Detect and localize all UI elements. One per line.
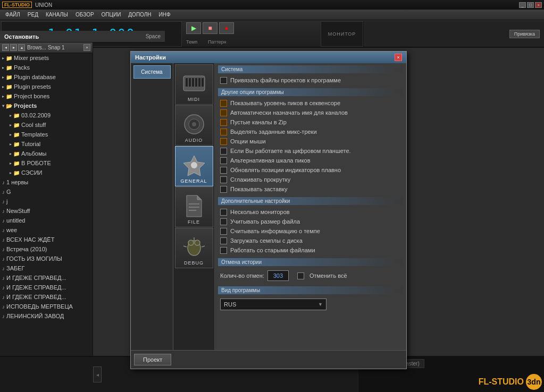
menu-info[interactable]: ИНФ [156, 11, 174, 19]
audio-icon: ♪ [2, 218, 5, 224]
menu-channels[interactable]: КАНАЛЫ [43, 11, 71, 19]
checkbox-multi-monitor[interactable] [220, 209, 227, 216]
sidebar-label-mixer-presets: Mixer presets [14, 55, 49, 61]
sidebar-forward-button[interactable]: ▸ [10, 44, 17, 51]
sidebar-item-templates[interactable]: ▸ 📁 Templates [0, 130, 93, 139]
window-controls[interactable]: _ □ × [519, 2, 542, 8]
scroll-left-button[interactable]: ◂ [93, 367, 102, 382]
folder-icon: 📁 [13, 132, 20, 138]
record-button[interactable]: ● [219, 22, 234, 34]
close-window-button[interactable]: × [535, 2, 542, 8]
sidebar-item-leninsky[interactable]: ♪ ЛЕНИНСКИЙ ЗАВОД [0, 311, 93, 321]
audio-icon: ♪ [2, 285, 5, 291]
sidebar-item-wee[interactable]: ♪ wee [0, 225, 93, 235]
folder-icon: 📁 [13, 170, 20, 176]
checkbox-old-files[interactable] [220, 247, 227, 254]
checkbox-load-samples[interactable] [220, 237, 227, 244]
menu-view[interactable]: ОБЗОР [72, 11, 97, 19]
checkbox-mouse-opts[interactable] [220, 138, 227, 145]
undo-count-input[interactable] [267, 270, 289, 281]
proekt-button[interactable]: Проект [134, 354, 171, 365]
play-button[interactable]: ▶ [186, 22, 201, 34]
sidebar-item-v-rabote[interactable]: ▸ 📁 В РОБОТЕ [0, 158, 93, 168]
sidebar-item-date-folder[interactable]: ▸ 📁 03.02.2009 [0, 110, 93, 120]
icon-btn-file[interactable]: FILE [175, 187, 213, 227]
checkbox-file-size[interactable] [220, 218, 227, 225]
checkbox-smooth-scroll[interactable] [220, 176, 227, 183]
sidebar-item-ispoved[interactable]: ♪ ИСПОВЕДЬ МЕРТВЕЦА [0, 302, 93, 311]
sidebar-label-tutorial: Tutorial [21, 141, 40, 147]
sidebar-item-i-gdezhe3[interactable]: ♪ И ГДЕЖЕ СПРАВЕД... [0, 292, 93, 302]
dialog-titlebar[interactable]: Настройки × [131, 52, 406, 63]
sidebar-item-albomy[interactable]: ▸ 📁 Альбомы [0, 149, 93, 158]
tab-sistema[interactable]: Система [133, 65, 171, 79]
checkbox-undo-all[interactable] [297, 272, 304, 279]
checkbox-auto-name[interactable] [220, 109, 227, 116]
sidebar-close-button[interactable]: × [83, 44, 90, 51]
sidebar-item-vstrecha[interactable]: ♪ Встреча (2010) [0, 244, 93, 254]
checkbox-tablet-row: Если Вы работаете на цифровом планшете. [218, 146, 403, 156]
sidebar-item-mixer-presets[interactable]: ▸ 📁 Mixer presets [0, 53, 93, 63]
folder-icon: 📁 [6, 55, 12, 61]
stop-button[interactable]: ■ [203, 22, 217, 34]
sidebar-item-gost[interactable]: ♪ ГОСТЬ ИЗ МОГИЛЫ [0, 254, 93, 263]
checkbox-update-pos[interactable] [220, 167, 227, 174]
icon-btn-debug[interactable]: DEBUG [175, 228, 213, 268]
sidebar-item-tutorial[interactable]: ▸ 📁 Tutorial [0, 139, 93, 149]
sidebar-item-sesii[interactable]: ▸ 📁 СЭСИИ [0, 168, 93, 177]
checkbox-show-peaks-row: Показывать уровень пиков в секвенсоре [218, 98, 403, 108]
general-label: GENERAL [180, 178, 207, 184]
sidebar-item-i-gdezhe2[interactable]: ♪ И ГДЕЖЕ СПРАВЕД... [0, 283, 93, 292]
menu-addons[interactable]: ДОПОЛН [125, 11, 154, 19]
lang-dropdown[interactable]: RUS ▼ [220, 299, 327, 310]
sidebar-item-plugin-database[interactable]: ▸ 📁 Plugin database [0, 72, 93, 82]
menu-edit[interactable]: РЕД [24, 11, 41, 19]
menu-file[interactable]: ФАЙЛ [2, 11, 23, 19]
sidebar-item-newstuff[interactable]: ♪ NewStuff [0, 206, 93, 216]
audio-icon: ♪ [2, 304, 5, 310]
dialog-close-button[interactable]: × [395, 54, 402, 61]
sidebar-item-packs[interactable]: ▸ 📁 Packs [0, 63, 93, 72]
icon-btn-midi[interactable]: MIDI [175, 64, 213, 105]
svg-point-17 [195, 240, 200, 245]
sidebar-item-i-gdezhe1[interactable]: ♪ И ГДЕЖЕ СПРАВЕД... [0, 273, 93, 283]
sidebar-header: ◂ ▸ ▴ Brows... Snap 1 × [0, 42, 93, 53]
sidebar-label-projects: Projects [14, 103, 37, 109]
sidebar-item-plugin-presets[interactable]: ▸ 📁 Plugin presets [0, 82, 93, 91]
svg-rect-4 [195, 78, 197, 87]
checkbox-alt-scale-row: Альтернативная шкала пиков [218, 156, 403, 165]
maximize-button[interactable]: □ [527, 2, 534, 8]
checkbox-bind-files[interactable] [220, 77, 227, 84]
sidebar-item-nervy[interactable]: ♪ 1 нервы [0, 177, 93, 187]
sidebar-item-project-bones[interactable]: ▸ 📁 Project bones [0, 91, 93, 101]
icon-btn-audio[interactable]: AUDIO [175, 105, 213, 146]
checkbox-screensaver[interactable] [220, 186, 227, 193]
sidebar-item-projects[interactable]: ▾ 📂 Projects [0, 101, 93, 110]
checkbox-alt-scale[interactable] [220, 157, 227, 164]
version-badge: 3dn [526, 374, 542, 390]
checkbox-tablet-label: Если Вы работаете на цифровом планшете. [230, 148, 351, 154]
checkbox-empty-zip[interactable] [220, 119, 227, 126]
menu-options[interactable]: ОПЦИИ [98, 11, 124, 19]
checkbox-select-mix-label: Выделять заданные микс-треки [230, 129, 317, 135]
sidebar-up-button[interactable]: ▴ [18, 44, 25, 51]
sidebar-item-vseh-nas[interactable]: ♪ ВСЕХ НАС ЖДЁТ [0, 235, 93, 244]
audio-icon: ♪ [2, 227, 5, 233]
sidebar-back-button[interactable]: ◂ [2, 44, 9, 51]
mixer-label[interactable]: Привязка [509, 30, 540, 38]
sidebar-item-j[interactable]: ♪ j [0, 197, 93, 206]
checkbox-tablet[interactable] [220, 148, 227, 155]
sidebar-label-albomy: Альбомы [21, 150, 46, 157]
checkbox-tempo-info[interactable] [220, 228, 227, 235]
checkbox-show-peaks[interactable] [220, 100, 227, 107]
checkbox-file-size-row: Учитывать размер файла [218, 217, 403, 226]
sidebar-item-untitled[interactable]: ♪ untitled [0, 216, 93, 225]
icon-btn-general[interactable]: GENERAL [175, 146, 213, 186]
svg-rect-2 [189, 78, 191, 87]
checkbox-tempo-info-row: Считывать информацию о темпе [218, 226, 403, 236]
checkbox-select-mix[interactable] [220, 129, 227, 135]
sidebar-item-g[interactable]: ♪ G [0, 187, 93, 197]
sidebar-item-zabeg[interactable]: ♪ ЗАБЕГ [0, 263, 93, 273]
minimize-button[interactable]: _ [519, 2, 526, 8]
sidebar-item-cool-stuff[interactable]: ▸ 📁 Cool stuff [0, 120, 93, 130]
